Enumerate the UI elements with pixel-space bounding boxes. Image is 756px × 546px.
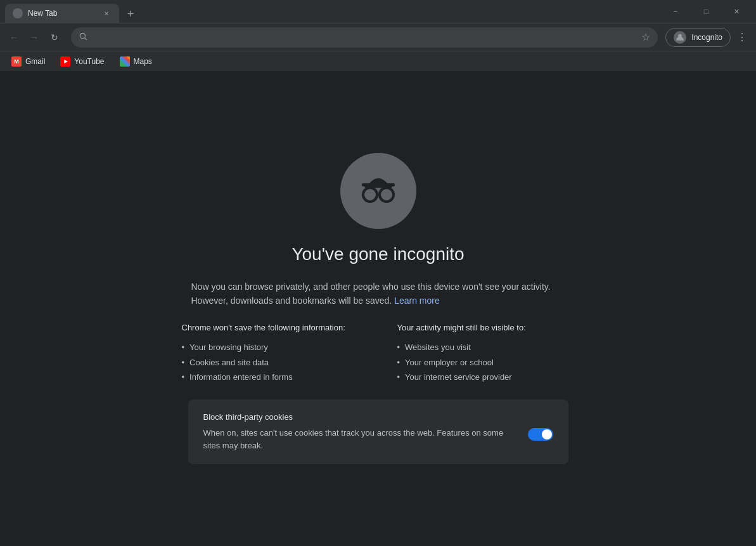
youtube-label: YouTube	[74, 57, 104, 66]
visible-to-list: Websites you visit Your employer or scho…	[397, 340, 575, 384]
visible-to-section: Your activity might still be visible to:…	[397, 323, 575, 384]
address-bar[interactable]: ☆	[71, 27, 658, 48]
navigation-bar: ← → ↻ ☆ Incognito ⋮	[0, 23, 756, 51]
gmail-label: Gmail	[25, 57, 45, 66]
bookmark-gmail[interactable]: M Gmail	[5, 54, 51, 69]
cookie-settings-box: Block third-party cookies When on, sites…	[188, 400, 568, 464]
new-tab-button[interactable]: +	[122, 5, 139, 23]
cookie-box-title: Block third-party cookies	[203, 412, 553, 422]
address-input[interactable]	[93, 32, 636, 42]
cookie-desc-row: When on, sites can't use cookies that tr…	[203, 427, 553, 452]
youtube-favicon	[60, 56, 70, 67]
profile-avatar	[674, 31, 686, 44]
window-controls: − □ ✕	[661, 0, 751, 23]
main-title: You've gone incognito	[292, 244, 464, 264]
profile-button[interactable]: Incognito	[665, 28, 731, 47]
tab-title: New Tab	[28, 9, 96, 18]
svg-point-0	[80, 33, 85, 38]
wont-save-item-3: Information entered in forms	[182, 370, 359, 384]
forward-button[interactable]: →	[25, 29, 43, 46]
close-button[interactable]: ✕	[722, 0, 751, 23]
svg-rect-9	[362, 183, 395, 186]
main-content: You've gone incognito Now you can browse…	[0, 71, 756, 546]
visible-to-title: Your activity might still be visible to:	[397, 323, 575, 332]
bookmark-star-icon[interactable]: ☆	[641, 31, 650, 43]
bookmark-youtube[interactable]: YouTube	[54, 54, 110, 69]
maximize-button[interactable]: □	[691, 0, 721, 23]
minimize-button[interactable]: −	[661, 0, 690, 23]
wont-save-section: Chrome won't save the following informat…	[182, 323, 359, 384]
active-tab[interactable]: New Tab ✕	[5, 4, 119, 23]
visible-to-item-3: Your internet service provider	[397, 370, 575, 384]
cookie-toggle-wrap[interactable]	[528, 428, 553, 441]
tab-strip: New Tab ✕ +	[5, 0, 658, 23]
bookmarks-bar: M Gmail YouTube Maps	[0, 51, 756, 71]
svg-point-6	[363, 188, 377, 202]
incognito-icon	[340, 153, 416, 229]
two-column-section: Chrome won't save the following informat…	[182, 323, 575, 384]
title-bar: New Tab ✕ + − □ ✕	[0, 0, 756, 23]
svg-line-1	[85, 38, 87, 40]
wont-save-item-1: Your browsing history	[182, 340, 359, 354]
search-icon	[79, 32, 87, 42]
svg-point-7	[380, 188, 394, 202]
gmail-favicon: M	[11, 56, 22, 67]
chrome-menu-button[interactable]: ⋮	[733, 29, 751, 46]
visible-to-item-1: Websites you visit	[397, 340, 575, 354]
tab-close-button[interactable]: ✕	[101, 8, 112, 18]
wont-save-title: Chrome won't save the following informat…	[182, 323, 359, 332]
back-button[interactable]: ←	[5, 29, 23, 46]
visible-to-item-2: Your employer or school	[397, 355, 575, 370]
bookmark-maps[interactable]: Maps	[113, 54, 158, 69]
cookie-description: When on, sites can't use cookies that tr…	[203, 427, 518, 452]
maps-label: Maps	[134, 57, 152, 66]
tab-favicon	[13, 8, 23, 18]
maps-favicon	[120, 56, 130, 67]
wont-save-list: Your browsing history Cookies and site d…	[182, 340, 359, 384]
learn-more-link[interactable]: Learn more	[394, 296, 440, 306]
block-cookies-toggle[interactable]	[528, 428, 553, 441]
description-text: Now you can browse privately, and other …	[191, 280, 565, 308]
profile-label: Incognito	[691, 33, 722, 42]
wont-save-item-2: Cookies and site data	[182, 355, 359, 370]
reload-button[interactable]: ↻	[46, 29, 63, 46]
